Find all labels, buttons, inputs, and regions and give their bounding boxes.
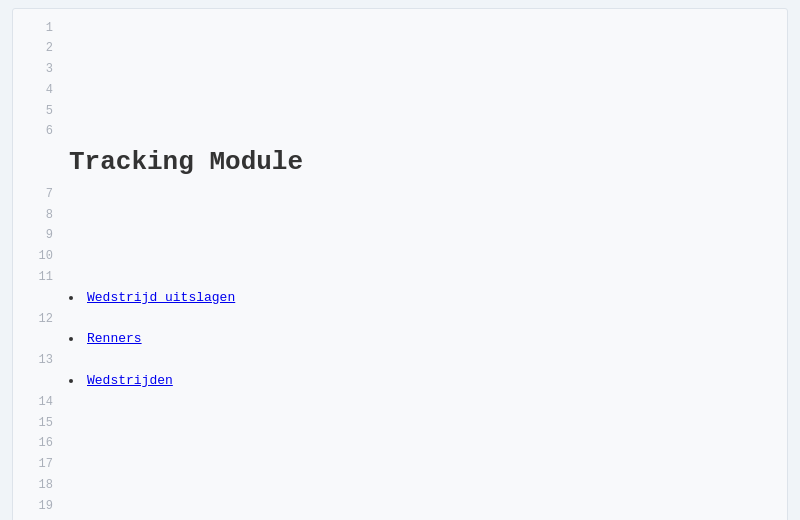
- code-line: 12 Renners: [13, 309, 787, 351]
- code-line: 2: [13, 38, 787, 59]
- line-code: [69, 496, 775, 517]
- line-number: 8: [25, 206, 53, 225]
- line-number: 15: [25, 414, 53, 433]
- code-line: 4: [13, 80, 787, 101]
- line-number: 14: [25, 393, 53, 412]
- line-code: [69, 59, 775, 80]
- code-line: 19: [13, 496, 787, 517]
- code-line: 14: [13, 392, 787, 413]
- line-number: 13: [25, 351, 53, 370]
- line-code: [69, 225, 775, 246]
- line-number: 1: [25, 19, 53, 38]
- line-number: 4: [25, 81, 53, 100]
- code-line: 15: [13, 413, 787, 434]
- line-number: 3: [25, 60, 53, 79]
- code-line: 10: [13, 246, 787, 267]
- code-line: 1: [13, 19, 787, 38]
- line-number: 2: [25, 39, 53, 58]
- code-line: 8: [13, 205, 787, 226]
- line-code: [69, 475, 775, 496]
- line-code: Renners: [69, 309, 775, 351]
- code-line: 7: [13, 184, 787, 205]
- line-number: 6: [25, 122, 53, 141]
- code-line: 20: [13, 517, 787, 520]
- code-line: 6 Tracking Module: [13, 121, 787, 183]
- line-code: [69, 38, 775, 59]
- line-number: 19: [25, 497, 53, 516]
- line-code: Tracking Module: [69, 121, 775, 183]
- code-line: 17: [13, 454, 787, 475]
- line-code: [69, 80, 775, 101]
- line-number: 17: [25, 455, 53, 474]
- code-line: 11 Wedstrijd uitslagen: [13, 267, 787, 309]
- line-number: 16: [25, 434, 53, 453]
- line-code: [69, 101, 775, 122]
- line-number: 11: [25, 268, 53, 287]
- code-editor: 12 3 4 5 6 Tracking Module7 8 9 10 11 We…: [12, 8, 788, 520]
- line-code: Wedstrijd uitslagen: [69, 267, 775, 309]
- line-number: 12: [25, 310, 53, 329]
- code-line: 16: [13, 433, 787, 454]
- line-code: [69, 454, 775, 475]
- line-code: [69, 433, 775, 454]
- line-number: 9: [25, 226, 53, 245]
- code-line: 18: [13, 475, 787, 496]
- line-code: Wedstrijden: [69, 350, 775, 392]
- line-number: 20: [25, 517, 53, 520]
- line-code: [69, 205, 775, 226]
- code-line: 9: [13, 225, 787, 246]
- line-code: [69, 184, 775, 205]
- line-number: 18: [25, 476, 53, 495]
- code-line: 13 Wedstrijden: [13, 350, 787, 392]
- line-code: [69, 413, 775, 434]
- code-line: 3: [13, 59, 787, 80]
- code-line: 5: [13, 101, 787, 122]
- line-number: 10: [25, 247, 53, 266]
- line-code: [69, 392, 775, 413]
- line-number: 5: [25, 102, 53, 121]
- line-number: 7: [25, 185, 53, 204]
- line-code: [69, 246, 775, 267]
